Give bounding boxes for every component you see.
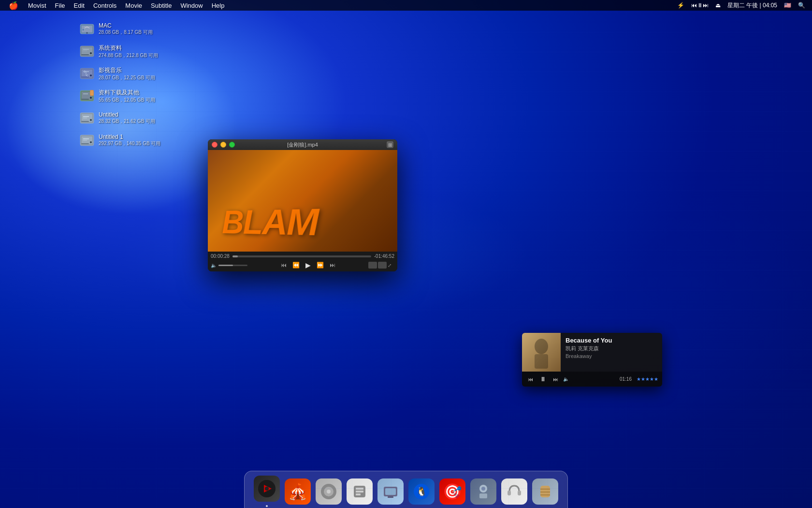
menubar-eject[interactable]: ⏏ [713, 1, 723, 10]
menubar-system-tray[interactable]: ⚡ [675, 1, 686, 10]
desktop-icons: MAC 28.08 GB，8.17 GB 可用 系统资料 274.88 GB，2… [77, 19, 162, 150]
music-stars[interactable]: ★★★★★ [637, 376, 658, 382]
sys-drive-name: 系统资料 [99, 44, 158, 52]
subtitle-button[interactable] [368, 262, 377, 269]
mac-drive-icon [79, 21, 95, 37]
menubar-left: 🍎 Movist File Edit Controls Movie Subtit… [0, 1, 228, 10]
music-next-button[interactable]: ⏭ [551, 375, 560, 383]
dock-item-9[interactable] [531, 477, 560, 508]
dock-item-4[interactable] [376, 477, 405, 508]
player-titlebar: [金刚狼].mp4 ⊞ [208, 139, 397, 150]
right-controls: ⤢ [368, 262, 394, 269]
video-content: BLAM [222, 200, 318, 244]
svg-point-10 [90, 75, 92, 76]
svg-point-33 [324, 487, 334, 496]
desktop-icon-untitled[interactable]: Untitled 28.32 GB，21.62 GB 可用 [77, 108, 162, 128]
music-widget: Bowtie [522, 333, 662, 387]
music-info: Because of You 凯莉 克莱克森 Breakaway [561, 333, 662, 372]
dock-icon-9 [531, 477, 560, 506]
svg-rect-37 [356, 491, 363, 493]
svg-rect-18 [81, 99, 89, 100]
window-close-button[interactable] [212, 142, 218, 148]
untitled-drive-name: Untitled [99, 111, 155, 118]
sys-drive-icon [79, 44, 95, 59]
svg-rect-38 [356, 493, 361, 495]
music-artist: 凯莉 克莱克森 [566, 345, 657, 352]
progress-bar[interactable] [232, 255, 371, 257]
menubar-search[interactable]: 🔍 [796, 1, 807, 10]
volume-icon: 🔈 [211, 263, 217, 268]
player-video-area[interactable]: BLAM [208, 150, 397, 252]
menubar-edit[interactable]: Edit [70, 1, 88, 10]
svg-rect-14 [82, 92, 92, 100]
svg-point-6 [90, 53, 91, 54]
music-time: 01:16 [620, 376, 632, 382]
dock-item-7[interactable] [469, 477, 498, 508]
svg-rect-22 [81, 121, 89, 122]
music-controls: ⏮ ⏸ ⏭ 🔈 01:16 ★★★★★ [522, 372, 662, 387]
music-pause-button[interactable]: ⏸ [538, 374, 548, 384]
dock-item-2[interactable] [314, 477, 343, 508]
media-drive-name: 影视音乐 [99, 66, 155, 75]
dock-item-8[interactable] [500, 477, 529, 508]
untitled1-drive-name: Untitled 1 [99, 134, 160, 140]
svg-point-25 [90, 141, 92, 143]
mac-drive-info: 28.08 GB，8.17 GB 可用 [99, 29, 153, 36]
menubar-media-controls[interactable]: ⏮⏸⏭ [689, 1, 710, 10]
dock-item-movist[interactable] [252, 474, 281, 508]
volume-bar[interactable] [218, 265, 247, 266]
sys-drive-info: 274.88 GB，212.8 GB 可用 [99, 52, 158, 59]
music-title: Because of You [566, 337, 657, 344]
svg-rect-19 [80, 113, 94, 123]
desktop: 🍎 Movist File Edit Controls Movie Subtit… [0, 0, 812, 508]
svg-rect-15 [90, 90, 94, 96]
dock-icon-6: 🎯 [438, 477, 467, 506]
menubar-movie[interactable]: Movie [121, 1, 146, 10]
media-drive-info: 28.07 GB，12.25 GB 可用 [99, 75, 155, 81]
menubar-controls[interactable]: Controls [89, 1, 120, 10]
dl-drive-info: 55.65 GB，12.05 GB 可用 [99, 97, 155, 104]
desktop-icon-mac[interactable]: MAC 28.08 GB，8.17 GB 可用 [77, 19, 162, 39]
skip-forward-button[interactable]: ⏩ [315, 261, 326, 269]
skip-back-button[interactable]: ⏪ [290, 261, 302, 269]
svg-rect-8 [80, 68, 94, 79]
menubar-help[interactable]: Help [208, 1, 229, 10]
zoom-button[interactable]: ⊞ [387, 141, 393, 148]
music-prev-button[interactable]: ⏮ [526, 375, 535, 383]
dock-item-3[interactable] [345, 477, 374, 508]
svg-rect-20 [82, 114, 92, 122]
dock-icon-8 [500, 477, 529, 506]
dock-item-6[interactable]: 🎯 [438, 477, 467, 508]
untitled1-drive-info: 292.97 GB，140.35 GB 可用 [99, 140, 160, 147]
menubar-app-name[interactable]: Movist [24, 1, 50, 10]
dock-item-5[interactable]: 🐧 [407, 477, 436, 508]
window-minimize-button[interactable] [220, 142, 226, 148]
menubar-window[interactable]: Window [176, 1, 206, 10]
svg-point-34 [327, 490, 331, 493]
svg-rect-40 [385, 488, 396, 495]
desktop-icon-untitled1[interactable]: Untitled 1 292.97 GB，140.35 GB 可用 [77, 131, 162, 150]
window-maximize-button[interactable] [229, 142, 235, 148]
apple-menu[interactable]: 🍎 [4, 1, 23, 10]
menubar-subtitle[interactable]: Subtitle [147, 1, 175, 10]
untitled-drive-info: 28.32 GB，21.62 GB 可用 [99, 118, 155, 125]
settings-button[interactable] [378, 262, 387, 269]
play-pause-button[interactable]: ▶ [304, 261, 313, 269]
desktop-icon-media[interactable]: 影视音乐 28.07 GB，12.25 GB 可用 [77, 64, 162, 83]
dock-icon-movist [252, 474, 281, 503]
skip-back-far-button[interactable]: ⏮ [279, 261, 289, 269]
skip-forward-far-button[interactable]: ⏭ [328, 261, 337, 269]
dock-icon-4 [376, 477, 405, 506]
desktop-icon-sys[interactable]: 系统资料 274.88 GB，212.8 GB 可用 [77, 42, 162, 61]
desktop-icon-dl[interactable]: 资料下载及其他 55.65 GB，12.05 GB 可用 [77, 86, 162, 105]
resize-button[interactable]: ⤢ [388, 262, 394, 269]
svg-point-46 [481, 487, 485, 491]
player-controls: 00:00:28 -01:46:52 🔈 ⏮ ⏪ ▶ ⏩ ⏭ [208, 252, 397, 271]
svg-rect-29 [535, 354, 548, 369]
svg-rect-49 [540, 486, 550, 497]
dock-item-1[interactable]: 🎪 [283, 477, 312, 508]
svg-rect-13 [80, 90, 94, 101]
menubar-file[interactable]: File [51, 1, 69, 10]
player-window-title: [金刚狼].mp4 [287, 141, 318, 149]
menubar-right: ⚡ ⏮⏸⏭ ⏏ 星期二 午後 | 04:05 🇺🇸 🔍 [675, 0, 812, 11]
